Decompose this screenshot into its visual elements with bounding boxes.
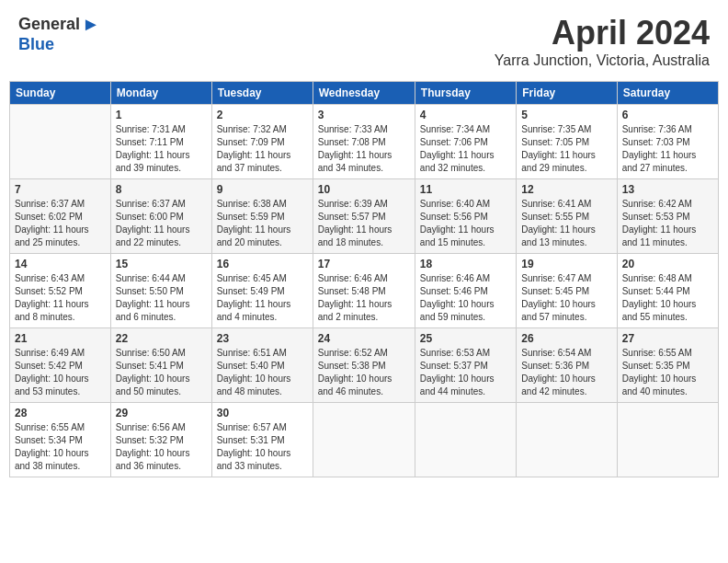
calendar-table: SundayMondayTuesdayWednesdayThursdayFrid… xyxy=(9,81,719,477)
day-number: 15 xyxy=(116,258,207,270)
day-cell: 14Sunrise: 6:43 AMSunset: 5:52 PMDayligh… xyxy=(10,254,111,328)
logo-blue-text: Blue xyxy=(18,35,54,54)
column-header-sunday: Sunday xyxy=(10,82,111,105)
day-info: Sunrise: 6:54 AMSunset: 5:36 PMDaylight:… xyxy=(521,347,611,398)
day-number: 16 xyxy=(217,258,308,270)
day-number: 26 xyxy=(521,332,611,345)
day-cell: 8Sunrise: 6:37 AMSunset: 6:00 PMDaylight… xyxy=(110,179,211,254)
logo-general-text: General xyxy=(18,15,80,34)
day-info: Sunrise: 7:34 AMSunset: 7:06 PMDaylight:… xyxy=(420,123,511,175)
month-title: April 2024 xyxy=(495,14,710,52)
day-cell xyxy=(313,403,415,477)
header-row: SundayMondayTuesdayWednesdayThursdayFrid… xyxy=(10,82,719,105)
day-info: Sunrise: 6:45 AMSunset: 5:49 PMDaylight:… xyxy=(217,272,308,324)
day-info: Sunrise: 6:50 AMSunset: 5:41 PMDaylight:… xyxy=(116,347,207,398)
day-info: Sunrise: 6:46 AMSunset: 5:46 PMDaylight:… xyxy=(420,272,511,324)
day-cell: 13Sunrise: 6:42 AMSunset: 5:53 PMDayligh… xyxy=(617,179,718,254)
column-header-monday: Monday xyxy=(110,82,211,105)
day-number: 14 xyxy=(15,258,106,270)
day-cell: 30Sunrise: 6:57 AMSunset: 5:31 PMDayligh… xyxy=(211,403,313,477)
day-info: Sunrise: 6:47 AMSunset: 5:45 PMDaylight:… xyxy=(521,272,611,324)
week-row-2: 7Sunrise: 6:37 AMSunset: 6:02 PMDaylight… xyxy=(10,179,719,254)
day-number: 30 xyxy=(217,407,308,419)
day-cell: 2Sunrise: 7:32 AMSunset: 7:09 PMDaylight… xyxy=(211,105,313,179)
day-info: Sunrise: 6:49 AMSunset: 5:42 PMDaylight:… xyxy=(15,347,106,398)
day-cell: 23Sunrise: 6:51 AMSunset: 5:40 PMDayligh… xyxy=(211,328,313,403)
day-cell: 12Sunrise: 6:41 AMSunset: 5:55 PMDayligh… xyxy=(517,179,617,254)
day-cell xyxy=(617,403,718,477)
day-cell: 19Sunrise: 6:47 AMSunset: 5:45 PMDayligh… xyxy=(517,254,617,328)
day-cell: 6Sunrise: 7:36 AMSunset: 7:03 PMDaylight… xyxy=(617,105,718,179)
day-cell: 9Sunrise: 6:38 AMSunset: 5:59 PMDaylight… xyxy=(211,179,313,254)
day-number: 17 xyxy=(318,258,410,270)
day-cell xyxy=(517,403,617,477)
day-cell: 21Sunrise: 6:49 AMSunset: 5:42 PMDayligh… xyxy=(10,328,111,403)
day-info: Sunrise: 6:39 AMSunset: 5:57 PMDaylight:… xyxy=(318,198,410,249)
day-cell: 20Sunrise: 6:48 AMSunset: 5:44 PMDayligh… xyxy=(617,254,718,328)
day-info: Sunrise: 6:53 AMSunset: 5:37 PMDaylight:… xyxy=(420,347,511,398)
column-header-friday: Friday xyxy=(517,82,617,105)
day-cell: 29Sunrise: 6:56 AMSunset: 5:32 PMDayligh… xyxy=(110,403,211,477)
day-number: 27 xyxy=(622,332,713,345)
day-number: 18 xyxy=(420,258,511,270)
day-number: 2 xyxy=(217,109,308,121)
day-number: 3 xyxy=(318,109,410,121)
week-row-4: 21Sunrise: 6:49 AMSunset: 5:42 PMDayligh… xyxy=(10,328,719,403)
day-info: Sunrise: 7:31 AMSunset: 7:11 PMDaylight:… xyxy=(116,123,207,175)
title-block: April 2024 Yarra Junction, Victoria, Aus… xyxy=(495,14,710,69)
day-number: 21 xyxy=(15,332,106,345)
day-number: 9 xyxy=(217,183,308,196)
day-info: Sunrise: 6:38 AMSunset: 5:59 PMDaylight:… xyxy=(217,198,308,249)
day-info: Sunrise: 7:35 AMSunset: 7:05 PMDaylight:… xyxy=(521,123,611,175)
day-cell: 4Sunrise: 7:34 AMSunset: 7:06 PMDaylight… xyxy=(415,105,516,179)
day-cell: 5Sunrise: 7:35 AMSunset: 7:05 PMDaylight… xyxy=(517,105,617,179)
day-cell: 17Sunrise: 6:46 AMSunset: 5:48 PMDayligh… xyxy=(313,254,415,328)
logo: General ► Blue xyxy=(18,14,100,54)
day-number: 7 xyxy=(15,183,106,196)
day-info: Sunrise: 6:55 AMSunset: 5:34 PMDaylight:… xyxy=(15,421,106,473)
day-cell: 28Sunrise: 6:55 AMSunset: 5:34 PMDayligh… xyxy=(10,403,111,477)
logo-arrow-icon: ► xyxy=(82,14,100,35)
day-cell: 25Sunrise: 6:53 AMSunset: 5:37 PMDayligh… xyxy=(415,328,516,403)
day-info: Sunrise: 6:42 AMSunset: 5:53 PMDaylight:… xyxy=(622,198,713,249)
day-info: Sunrise: 6:43 AMSunset: 5:52 PMDaylight:… xyxy=(15,272,106,324)
day-number: 1 xyxy=(116,109,207,121)
day-cell xyxy=(10,105,111,179)
day-cell: 24Sunrise: 6:52 AMSunset: 5:38 PMDayligh… xyxy=(313,328,415,403)
day-info: Sunrise: 7:36 AMSunset: 7:03 PMDaylight:… xyxy=(622,123,713,175)
column-header-wednesday: Wednesday xyxy=(313,82,415,105)
day-cell xyxy=(415,403,516,477)
day-number: 12 xyxy=(521,183,611,196)
day-info: Sunrise: 6:57 AMSunset: 5:31 PMDaylight:… xyxy=(217,421,308,473)
day-number: 19 xyxy=(521,258,611,270)
week-row-5: 28Sunrise: 6:55 AMSunset: 5:34 PMDayligh… xyxy=(10,403,719,477)
day-info: Sunrise: 6:46 AMSunset: 5:48 PMDaylight:… xyxy=(318,272,410,324)
day-number: 22 xyxy=(116,332,207,345)
day-info: Sunrise: 6:41 AMSunset: 5:55 PMDaylight:… xyxy=(521,198,611,249)
day-number: 8 xyxy=(116,183,207,196)
page-header: General ► Blue April 2024 Yarra Junction… xyxy=(9,9,719,74)
day-number: 5 xyxy=(521,109,611,121)
day-number: 11 xyxy=(420,183,511,196)
day-cell: 11Sunrise: 6:40 AMSunset: 5:56 PMDayligh… xyxy=(415,179,516,254)
day-number: 24 xyxy=(318,332,410,345)
day-cell: 22Sunrise: 6:50 AMSunset: 5:41 PMDayligh… xyxy=(110,328,211,403)
day-info: Sunrise: 6:56 AMSunset: 5:32 PMDaylight:… xyxy=(116,421,207,473)
day-cell: 7Sunrise: 6:37 AMSunset: 6:02 PMDaylight… xyxy=(10,179,111,254)
column-header-tuesday: Tuesday xyxy=(211,82,313,105)
week-row-1: 1Sunrise: 7:31 AMSunset: 7:11 PMDaylight… xyxy=(10,105,719,179)
day-number: 20 xyxy=(622,258,713,270)
day-cell: 27Sunrise: 6:55 AMSunset: 5:35 PMDayligh… xyxy=(617,328,718,403)
day-number: 23 xyxy=(217,332,308,345)
day-cell: 10Sunrise: 6:39 AMSunset: 5:57 PMDayligh… xyxy=(313,179,415,254)
day-number: 29 xyxy=(116,407,207,419)
week-row-3: 14Sunrise: 6:43 AMSunset: 5:52 PMDayligh… xyxy=(10,254,719,328)
day-cell: 15Sunrise: 6:44 AMSunset: 5:50 PMDayligh… xyxy=(110,254,211,328)
location-title: Yarra Junction, Victoria, Australia xyxy=(495,52,710,69)
day-info: Sunrise: 6:51 AMSunset: 5:40 PMDaylight:… xyxy=(217,347,308,398)
day-number: 25 xyxy=(420,332,511,345)
day-info: Sunrise: 6:48 AMSunset: 5:44 PMDaylight:… xyxy=(622,272,713,324)
day-cell: 26Sunrise: 6:54 AMSunset: 5:36 PMDayligh… xyxy=(517,328,617,403)
day-number: 10 xyxy=(318,183,410,196)
day-info: Sunrise: 6:37 AMSunset: 6:00 PMDaylight:… xyxy=(116,198,207,249)
